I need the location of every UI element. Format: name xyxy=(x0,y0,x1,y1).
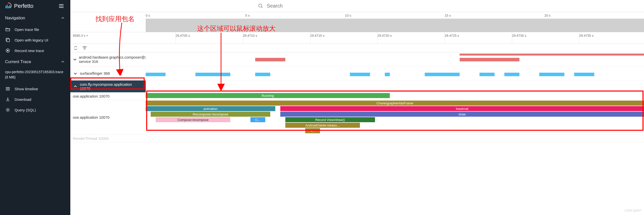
trace-slice[interactable]: T... xyxy=(305,128,320,133)
navigation-section-header[interactable]: Navigation xyxy=(0,12,70,24)
trace-slice[interactable] xyxy=(255,58,285,61)
timeline-icon xyxy=(5,86,11,92)
nav-show-timeline[interactable]: Show timeline xyxy=(0,83,70,94)
track-lane[interactable] xyxy=(146,66,644,80)
track-group-row[interactable]: com.fly.mycompose.application 10070 xyxy=(70,80,644,93)
track-lane[interactable] xyxy=(146,52,644,66)
app-name: Perfetto xyxy=(14,3,33,9)
track-group-row[interactable]: android.hardware.graphics.composer@2.3-s… xyxy=(70,52,644,66)
overview-timeline[interactable]: 0 s5 s10 s15 s20 s xyxy=(70,12,644,32)
svg-rect-1 xyxy=(7,5,8,8)
nav-record-trace[interactable]: Record new trace xyxy=(0,45,70,56)
chevron-up-icon xyxy=(60,59,65,64)
overview-tick: 5 s xyxy=(245,14,250,17)
track-header[interactable]: ose.application 10070 xyxy=(70,93,146,100)
trace-file-info: cpu-perfetto-20230515T165303.trace (6 MB… xyxy=(0,68,70,83)
track-header[interactable]: RenderThread 10000 xyxy=(70,135,146,142)
trace-slice[interactable]: animation xyxy=(146,106,275,111)
trace-slice[interactable]: C... xyxy=(250,117,265,122)
current-trace-section-header[interactable]: Current Trace xyxy=(0,56,70,68)
nav-label: Query (SQL) xyxy=(15,108,36,112)
nav-download[interactable]: Download xyxy=(0,94,70,105)
sidebar-header: Perfetto xyxy=(0,0,70,12)
nav-label: Open with legacy UI xyxy=(15,38,48,42)
nav-query-sql[interactable]: Query (SQL) xyxy=(0,105,70,115)
overview-viewport-rect[interactable] xyxy=(146,19,644,32)
trace-slice[interactable] xyxy=(385,73,390,76)
chevron-down-icon[interactable] xyxy=(73,71,78,76)
svg-rect-6 xyxy=(7,39,10,42)
time-ruler[interactable]: 8580.3 s + 29.4705 s29.4710 s29.4715 s29… xyxy=(70,32,644,44)
trace-slice[interactable] xyxy=(574,73,594,76)
overview-tick: 0 s xyxy=(146,14,150,17)
track-header[interactable]: ose.application 10070 xyxy=(70,100,146,135)
trace-slice[interactable] xyxy=(195,73,230,76)
logo[interactable]: Perfetto xyxy=(4,2,33,10)
track-lane[interactable] xyxy=(146,135,644,142)
chevron-up-icon[interactable] xyxy=(73,84,78,89)
trace-slice[interactable] xyxy=(350,73,370,76)
track-name: com.fly.mycompose.application 10070 xyxy=(80,82,143,91)
filter-icon[interactable] xyxy=(82,45,87,51)
trace-slice[interactable]: traversal xyxy=(280,106,644,111)
track-header[interactable]: com.fly.mycompose.application 10070 xyxy=(70,80,146,92)
ruler-tick: 29.4710 s xyxy=(243,34,257,37)
trace-slice[interactable] xyxy=(146,73,166,76)
perfetto-logo-icon xyxy=(4,2,12,10)
record-icon xyxy=(5,48,11,53)
trace-slice[interactable]: Choreographer#doFrame xyxy=(146,101,644,106)
track-header[interactable]: android.hardware.graphics.composer@2.3-s… xyxy=(70,52,146,66)
trace-slice[interactable] xyxy=(255,73,270,76)
main-area: 0 s5 s10 s15 s20 s 8580.3 s + 29.4705 s2… xyxy=(70,0,644,215)
search-icon xyxy=(258,3,264,9)
chevron-up-icon xyxy=(60,16,65,21)
trace-slice[interactable] xyxy=(504,73,519,76)
nav-label: Show timeline xyxy=(15,87,38,91)
trace-slice[interactable]: Running xyxy=(146,93,390,98)
track-row[interactable]: RenderThread 10000 xyxy=(70,135,644,142)
track-name: surfaceflinger 368 xyxy=(80,71,110,75)
detail-track-row[interactable]: ose.application 10070Choreographer#doFra… xyxy=(70,100,644,135)
overview-tick: 15 s xyxy=(445,14,451,17)
trace-slice[interactable]: draw xyxy=(280,112,644,117)
trace-slice[interactable]: Record View#draw() xyxy=(285,117,375,122)
collapse-all-icon[interactable] xyxy=(73,45,78,51)
tracks-area[interactable]: android.hardware.graphics.composer@2.3-s… xyxy=(70,52,644,215)
track-lane[interactable] xyxy=(146,80,644,92)
svg-rect-2 xyxy=(8,6,9,8)
svg-rect-0 xyxy=(6,6,6,8)
watermark: CSDN @用户 xyxy=(625,209,641,212)
track-name: ose.application 10070 xyxy=(73,115,110,119)
search-box[interactable] xyxy=(254,2,460,11)
ruler-tick: 29.4725 s xyxy=(445,34,459,37)
nav-open-legacy[interactable]: Open with legacy UI xyxy=(0,35,70,45)
trace-slice[interactable] xyxy=(479,73,495,76)
track-lane[interactable]: Running xyxy=(146,93,644,100)
nav-open-trace[interactable]: Open trace file xyxy=(0,24,70,35)
chevron-down-icon[interactable] xyxy=(73,57,77,62)
trace-slice[interactable] xyxy=(460,58,519,61)
trace-slice[interactable]: AndroidOwner:measu... xyxy=(285,123,360,128)
overview-tick: 20 s xyxy=(544,14,551,17)
track-header[interactable]: surfaceflinger 368 xyxy=(70,66,146,80)
trace-slice[interactable] xyxy=(425,73,460,76)
ruler-tick: 29.4735 s xyxy=(579,34,594,37)
track-lane[interactable]: Choreographer#doFrameanimationtraversalR… xyxy=(146,100,644,135)
overview-slice[interactable] xyxy=(460,54,644,56)
nav-label: Record new trace xyxy=(15,49,44,53)
svg-point-10 xyxy=(259,4,262,7)
menu-button[interactable] xyxy=(56,1,66,11)
track-group-row[interactable]: surfaceflinger 368 xyxy=(70,66,644,80)
trace-slice[interactable] xyxy=(539,73,564,76)
ruler-tick: 29.4705 s xyxy=(176,34,190,37)
navigation-title: Navigation xyxy=(5,16,25,21)
track-name: RenderThread 10000 xyxy=(73,136,109,141)
sidebar: Perfetto Navigation Open trace file Open… xyxy=(0,0,70,215)
trace-slice[interactable]: Compose:recompose xyxy=(156,117,231,122)
detail-track-row[interactable]: ose.application 10070Running xyxy=(70,93,644,100)
ruler-tick: 29.4720 s xyxy=(378,34,392,37)
track-name: ose.application 10070 xyxy=(73,94,110,98)
current-trace-title: Current Trace xyxy=(5,59,31,64)
search-input[interactable] xyxy=(267,3,457,9)
trace-slice[interactable]: Recomposer:recompose xyxy=(151,112,270,117)
